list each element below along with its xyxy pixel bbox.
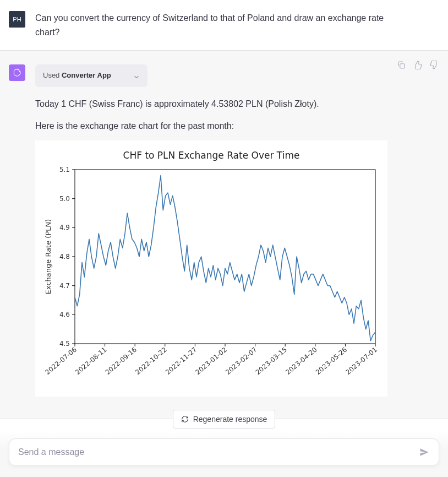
svg-rect-38: [400, 64, 405, 68]
composer[interactable]: [9, 438, 439, 466]
user-message-text: Can you convert the currency of Switzerl…: [35, 11, 398, 39]
svg-text:2022-07-06: 2022-07-06: [43, 346, 78, 377]
thumbs-up-icon[interactable]: [413, 60, 423, 70]
svg-text:4.6: 4.6: [59, 311, 70, 319]
user-avatar: PH: [9, 11, 25, 28]
regenerate-button[interactable]: Regenerate response: [173, 410, 276, 429]
regenerate-label: Regenerate response: [193, 415, 267, 424]
svg-text:4.8: 4.8: [59, 253, 70, 261]
chart-title: CHF to PLN Exchange Rate Over Time: [41, 148, 382, 163]
svg-text:2022-09-16: 2022-09-16: [104, 346, 138, 377]
chevron-down-icon: [133, 73, 140, 79]
thumbs-down-icon[interactable]: [429, 60, 439, 70]
svg-text:2023-04-20: 2023-04-20: [284, 346, 318, 377]
assistant-content: Used Converter App Today 1 CHF (Swiss Fr…: [35, 64, 398, 397]
chart-container: CHF to PLN Exchange Rate Over Time 4.54.…: [35, 140, 387, 397]
assistant-message-row: Used Converter App Today 1 CHF (Swiss Fr…: [0, 51, 448, 419]
svg-text:2022-10-22: 2022-10-22: [134, 346, 168, 377]
svg-text:2023-01-02: 2023-01-02: [194, 346, 228, 377]
svg-text:2023-07-01: 2023-07-01: [344, 346, 378, 377]
svg-text:4.9: 4.9: [59, 224, 70, 232]
send-icon[interactable]: [419, 447, 430, 458]
svg-rect-0: [75, 170, 375, 344]
plugin-used-chip[interactable]: Used Converter App: [35, 64, 147, 87]
svg-text:2022-11-27: 2022-11-27: [164, 346, 198, 377]
openai-logo-icon: [12, 67, 23, 78]
svg-text:4.7: 4.7: [59, 282, 70, 290]
assistant-avatar: [9, 64, 25, 81]
svg-text:2023-03-15: 2023-03-15: [254, 346, 288, 377]
composer-area: [0, 431, 448, 477]
user-avatar-initials: PH: [13, 16, 21, 23]
svg-text:4.5: 4.5: [59, 340, 70, 348]
plugin-used-name: Converter App: [62, 71, 111, 79]
refresh-icon: [181, 415, 189, 423]
assistant-text-line2: Here is the exchange rate chart for the …: [35, 119, 398, 133]
plugin-used-prefix: Used: [43, 71, 62, 79]
svg-text:2023-02-07: 2023-02-07: [224, 346, 258, 377]
user-message-row: PH Can you convert the currency of Switz…: [0, 0, 448, 51]
svg-text:2023-05-26: 2023-05-26: [314, 346, 348, 377]
svg-text:2022-08-11: 2022-08-11: [74, 346, 108, 377]
exchange-rate-chart: 4.54.64.74.84.95.05.1Exchange Rate (PLN)…: [41, 166, 382, 387]
svg-text:Exchange Rate (PLN): Exchange Rate (PLN): [44, 219, 52, 295]
assistant-text-line1: Today 1 CHF (Swiss Franc) is approximate…: [35, 97, 398, 111]
copy-icon[interactable]: [396, 60, 406, 70]
svg-text:5.1: 5.1: [59, 166, 70, 174]
plugin-used-label: Used Converter App: [43, 70, 111, 82]
message-input[interactable]: [18, 447, 419, 457]
svg-text:5.0: 5.0: [59, 195, 70, 203]
message-actions: [396, 60, 439, 70]
